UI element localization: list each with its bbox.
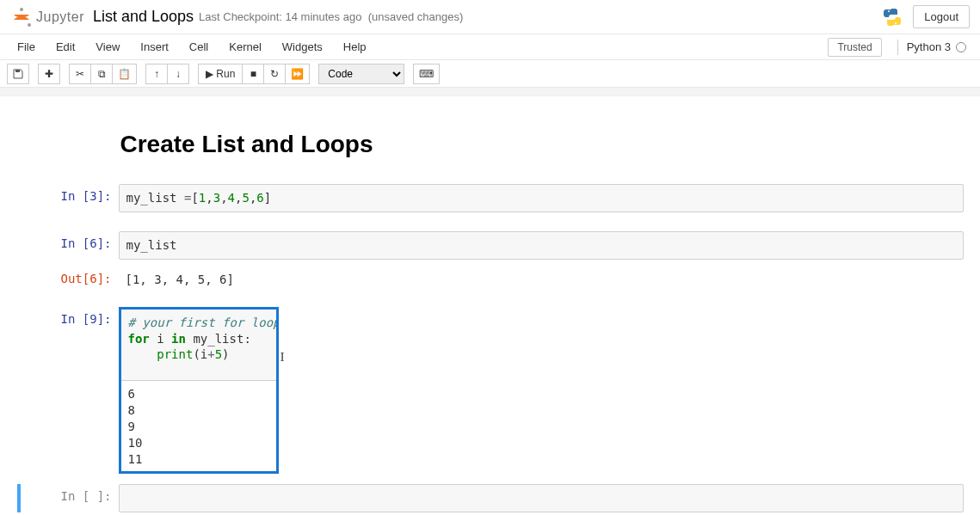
output-prompt: Out[6]:	[24, 267, 119, 291]
cell-output: 6 8 9 10 11	[121, 381, 276, 470]
code-input[interactable]: my_list =[1,3,4,5,6]	[119, 184, 964, 212]
python-logo-icon	[882, 7, 903, 28]
command-palette-button[interactable]: ⌨	[413, 64, 440, 84]
jupyter-logo[interactable]: Jupyter	[10, 6, 84, 28]
trusted-indicator[interactable]: Trusted	[828, 38, 881, 57]
text-cursor-icon: I	[280, 351, 285, 365]
header-strip	[0, 88, 980, 96]
code-input[interactable]: # your first for loop for i in my_list: …	[121, 310, 276, 382]
svg-rect-4	[15, 70, 20, 72]
kernel-indicator[interactable]: Python 3	[907, 40, 966, 53]
menu-file[interactable]: File	[7, 36, 46, 58]
code-input[interactable]	[119, 484, 964, 512]
code-input[interactable]: my_list	[119, 231, 964, 260]
notebook-header: Jupyter List and Loops Last Checkpoint: …	[0, 0, 980, 34]
copy-icon: ⧉	[98, 68, 106, 80]
cut-button[interactable]: ✂	[69, 64, 91, 84]
paste-button[interactable]: 📋	[112, 64, 137, 84]
svg-point-3	[895, 22, 897, 24]
menu-help[interactable]: Help	[333, 36, 377, 58]
menu-kernel[interactable]: Kernel	[219, 36, 272, 58]
cell-type-select[interactable]: Code	[318, 64, 404, 84]
input-prompt: In [3]:	[24, 184, 119, 212]
arrow-down-icon: ↓	[176, 68, 181, 80]
toolbar: ✚ ✂ ⧉ 📋 ↑ ↓ ▶ Run ■ ↻ ⏩ Code ⌨	[0, 60, 980, 88]
menu-view[interactable]: View	[85, 36, 130, 58]
fast-forward-icon: ⏩	[291, 68, 304, 80]
menu-cell[interactable]: Cell	[179, 36, 219, 58]
kernel-idle-icon	[956, 42, 966, 52]
add-cell-button[interactable]: ✚	[38, 64, 60, 84]
restart-run-all-button[interactable]: ⏩	[285, 64, 310, 84]
move-up-button[interactable]: ↑	[145, 64, 168, 84]
menu-insert[interactable]: Insert	[130, 36, 179, 58]
code-cell[interactable]: In [6]: my_list	[17, 231, 964, 260]
restart-button[interactable]: ↻	[263, 64, 286, 84]
cell-output: [1, 3, 4, 5, 6]	[119, 267, 964, 291]
move-down-button[interactable]: ↓	[167, 64, 189, 84]
input-prompt: In [ ]:	[24, 484, 119, 512]
scissors-icon: ✂	[76, 68, 84, 80]
annotation-highlight-box: # your first for loop for i in my_list: …	[119, 307, 279, 474]
code-cell[interactable]: In [9]: # your first for loop for i in m…	[17, 307, 964, 474]
play-icon: ▶	[206, 68, 213, 80]
svg-point-2	[888, 10, 890, 12]
code-cell[interactable]: In [3]: my_list =[1,3,4,5,6]	[17, 184, 964, 212]
jupyter-logo-text: Jupyter	[36, 9, 84, 25]
output-row: Out[6]: [1, 3, 4, 5, 6]	[17, 267, 964, 291]
checkpoint-text: Last Checkpoint: 14 minutes ago (unsaved…	[199, 10, 463, 23]
notebook-title[interactable]: List and Loops	[93, 8, 194, 26]
copy-button[interactable]: ⧉	[90, 64, 113, 84]
menu-widgets[interactable]: Widgets	[272, 36, 333, 58]
interrupt-button[interactable]: ■	[242, 64, 264, 84]
restart-icon: ↻	[270, 68, 279, 80]
svg-point-1	[28, 23, 31, 27]
code-cell[interactable]: In [ ]:	[17, 484, 964, 512]
input-prompt: In [6]:	[24, 231, 119, 260]
arrow-up-icon: ↑	[154, 68, 159, 80]
svg-point-0	[20, 8, 23, 11]
run-button[interactable]: ▶ Run	[198, 64, 243, 84]
stop-icon: ■	[250, 68, 256, 80]
input-prompt: In [9]:	[24, 307, 119, 474]
menubar: File Edit View Insert Cell Kernel Widget…	[0, 34, 980, 60]
plus-icon: ✚	[45, 68, 53, 80]
logout-button[interactable]: Logout	[913, 5, 970, 28]
markdown-heading: Create List and Loops	[120, 131, 964, 158]
paste-icon: 📋	[118, 68, 131, 80]
keyboard-icon: ⌨	[419, 68, 434, 80]
menu-edit[interactable]: Edit	[46, 36, 85, 58]
save-button[interactable]	[7, 64, 29, 84]
notebook-area: Create List and Loops In [3]: my_list =[…	[0, 96, 980, 515]
jupyter-swirl-icon	[10, 6, 33, 28]
